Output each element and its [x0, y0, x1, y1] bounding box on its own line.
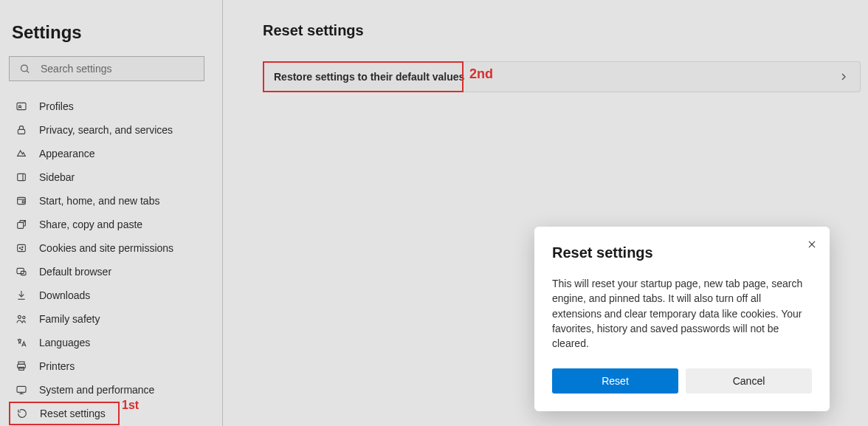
sidebar-item-label: Downloads [39, 289, 90, 301]
sidebar-item-share[interactable]: Share, copy and paste [9, 213, 213, 236]
page-title: Settings [12, 22, 213, 43]
sidebar-icon [14, 170, 29, 185]
share-icon [14, 217, 29, 232]
svg-point-12 [19, 247, 20, 248]
dialog-actions: Reset Cancel [552, 368, 812, 394]
settings-sidebar: Settings Profiles Privacy, search, and s… [0, 0, 223, 426]
sidebar-item-label: System and performance [39, 384, 154, 396]
family-icon [14, 312, 29, 326]
browser-icon [14, 264, 29, 279]
svg-point-17 [18, 315, 21, 318]
sidebar-item-label: Family safety [39, 313, 100, 325]
svg-rect-9 [22, 201, 24, 203]
dialog-title: Reset settings [552, 244, 812, 261]
svg-line-1 [27, 71, 29, 73]
reset-icon [15, 406, 30, 421]
dialog-body: This will reset your startup page, new t… [552, 276, 812, 351]
sidebar-item-family[interactable]: Family safety [9, 307, 213, 331]
cookies-icon [14, 241, 29, 255]
svg-point-0 [21, 65, 28, 72]
svg-point-13 [22, 247, 23, 247]
sidebar-item-label: Share, copy and paste [39, 219, 142, 230]
sidebar-item-start-home[interactable]: Start, home, and new tabs [9, 189, 213, 213]
section-title: Reset settings [263, 22, 868, 39]
svg-rect-22 [17, 386, 26, 392]
annotation-1st: 1st [122, 399, 139, 412]
sidebar-item-label: Reset settings [40, 408, 106, 419]
home-icon [14, 193, 29, 208]
dialog-close-button[interactable] [805, 237, 819, 252]
search-wrap [9, 56, 213, 81]
reset-button[interactable]: Reset [552, 368, 678, 394]
svg-rect-5 [18, 174, 26, 180]
sidebar-item-downloads[interactable]: Downloads [9, 284, 213, 307]
profiles-icon [14, 99, 29, 114]
restore-defaults-row[interactable]: Restore settings to their default values [263, 61, 861, 92]
sidebar-item-label: Privacy, search, and services [39, 124, 173, 136]
svg-rect-11 [18, 244, 26, 251]
system-icon [14, 382, 29, 397]
search-input[interactable] [9, 56, 204, 81]
printers-icon [14, 359, 29, 374]
close-icon [807, 239, 817, 250]
sidebar-item-label: Appearance [39, 148, 95, 159]
sidebar-item-label: Sidebar [39, 171, 75, 183]
cancel-button[interactable]: Cancel [686, 368, 812, 394]
sidebar-item-label: Start, home, and new tabs [39, 195, 159, 207]
reset-settings-dialog: Reset settings This will reset your star… [534, 227, 830, 411]
annotation-2nd: 2nd [469, 66, 493, 82]
svg-rect-21 [19, 367, 24, 370]
sidebar-item-sidebar[interactable]: Sidebar [9, 165, 213, 189]
lock-icon [14, 123, 29, 137]
languages-icon [14, 335, 29, 350]
sidebar-nav: Profiles Privacy, search, and services A… [9, 95, 213, 425]
svg-point-14 [21, 249, 22, 250]
sidebar-item-label: Languages [39, 337, 90, 348]
svg-rect-4 [18, 129, 24, 134]
svg-rect-10 [18, 222, 24, 228]
downloads-icon [14, 288, 29, 303]
sidebar-item-label: Printers [39, 360, 75, 372]
sidebar-item-cookies[interactable]: Cookies and site permissions [9, 236, 213, 260]
sidebar-item-printers[interactable]: Printers [9, 354, 213, 378]
sidebar-item-label: Profiles [39, 100, 74, 112]
chevron-right-icon [838, 71, 850, 83]
sidebar-item-default-browser[interactable]: Default browser [9, 260, 213, 284]
sidebar-item-label: Cookies and site permissions [39, 242, 173, 254]
sidebar-item-profiles[interactable]: Profiles [9, 95, 213, 118]
svg-point-18 [23, 316, 25, 318]
sidebar-item-languages[interactable]: Languages [9, 331, 213, 354]
sidebar-item-system[interactable]: System and performance [9, 378, 213, 402]
appearance-icon [14, 146, 29, 161]
restore-defaults-label: Restore settings to their default values [274, 71, 464, 83]
sidebar-item-privacy[interactable]: Privacy, search, and services [9, 118, 213, 142]
sidebar-item-reset-settings[interactable]: Reset settings [9, 402, 120, 425]
sidebar-item-appearance[interactable]: Appearance [9, 142, 213, 165]
search-icon [19, 63, 30, 75]
sidebar-item-label: Default browser [39, 266, 111, 278]
